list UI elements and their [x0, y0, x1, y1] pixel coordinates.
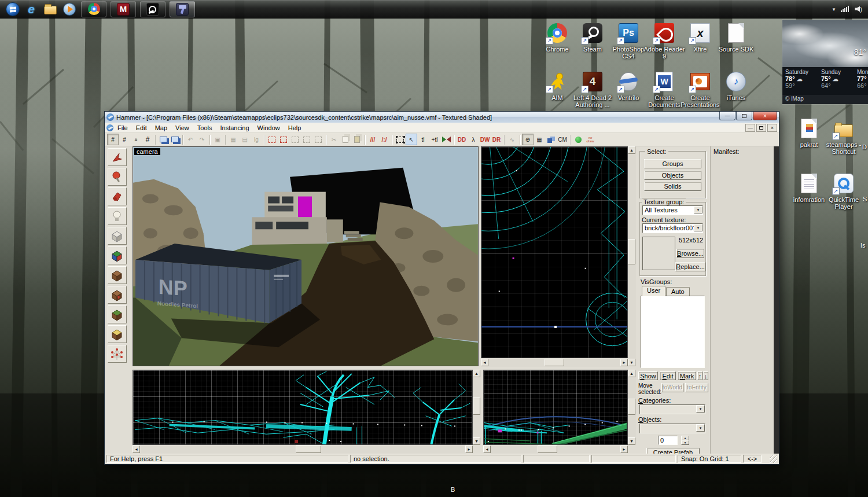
menu-file[interactable]: File [113, 124, 132, 132]
close-button[interactable]: × [753, 112, 777, 120]
taskbar-m-app-button[interactable]: M [111, 1, 136, 17]
collapse-instances-button[interactable]: CM [557, 134, 568, 145]
scroll-thumb[interactable] [473, 397, 480, 415]
ignore-groups-button[interactable]: ig [251, 134, 262, 145]
texture-lock-button[interactable]: /// [367, 134, 378, 145]
menu-tools[interactable]: Tools [193, 124, 216, 132]
texture-group-combobox[interactable]: All Textures▼ [642, 205, 703, 215]
manifest-scroll-strip[interactable] [774, 146, 779, 455]
no-draw-button[interactable]: no draw [584, 134, 597, 145]
toggle-3d-grid-button[interactable]: # [119, 134, 130, 145]
current-texture-combobox[interactable]: brick/brickfloor001a▼ [642, 223, 703, 233]
scroll-thumb[interactable] [628, 399, 635, 415]
dropdown-arrow-icon[interactable]: ▼ [696, 405, 705, 413]
group-button[interactable]: ▦ [227, 134, 239, 145]
visgroups-listbox[interactable] [641, 296, 705, 368]
ungroup-button[interactable]: ▤ [239, 134, 251, 145]
objects-combobox[interactable]: ▼ [639, 424, 705, 433]
scroll-down-arrow[interactable]: ▼ [628, 359, 635, 366]
toggle-dotted-display-button[interactable]: DD [456, 134, 468, 145]
entity-tool-button[interactable] [108, 207, 127, 225]
spin-up-icon[interactable]: ▲ [681, 436, 689, 440]
block-tool-button[interactable] [108, 227, 127, 245]
dropdown-arrow-icon[interactable]: ▼ [694, 206, 703, 213]
volume-icon[interactable]: ) [855, 6, 862, 13]
menu-window[interactable]: Window [253, 124, 284, 132]
dropdown-arrow-icon[interactable]: ▼ [694, 224, 703, 231]
clipping-tool-button[interactable] [108, 325, 127, 343]
camera-tool-button[interactable] [108, 187, 127, 205]
undo-button[interactable]: ↶ [185, 134, 196, 145]
scroll-up-arrow[interactable]: ▲ [473, 370, 480, 377]
replace-button[interactable]: Replace... [675, 262, 705, 271]
desktop-icon-steamapps-shortcut[interactable]: ↗steamapps - Shortcut [822, 117, 866, 155]
apply-current-texture-button[interactable] [108, 266, 127, 284]
menu-map[interactable]: Map [151, 124, 171, 132]
toggle-helpers-button[interactable]: λ [468, 134, 479, 145]
scroll-right-arrow[interactable]: ► [465, 446, 473, 453]
texture-application-tool-button[interactable] [108, 246, 127, 264]
select-solids-button[interactable]: Solids [644, 182, 701, 191]
browse-button[interactable]: Browse... [676, 249, 704, 258]
show-hidden-icons-chevron[interactable]: ▾ [833, 6, 836, 12]
weather-gadget[interactable]: 81° Saturday 78°☁ 59° Sunday 75°☁ 64° Mo… [782, 20, 868, 104]
scroll-thumb[interactable] [545, 359, 564, 366]
overlay-tool-button[interactable] [108, 305, 127, 323]
title-bar[interactable]: Hammer - [C:\Program Files (x86)\Steam\s… [105, 112, 779, 123]
scrollbar-vertical[interactable]: ▲ ▼ [473, 370, 481, 445]
network-signal-icon[interactable] [841, 6, 849, 12]
menu-view[interactable]: View [171, 124, 193, 132]
copy-button[interactable] [340, 134, 351, 145]
desktop-icon-quicktime[interactable]: ↗QuickTime Player [822, 172, 866, 210]
select-mode-button[interactable]: ↖ [406, 134, 417, 145]
texture-lock-scaling-button[interactable]: +tl [429, 134, 440, 145]
toggle-draw-ray-button[interactable]: DR [491, 134, 502, 145]
hide-selected-button[interactable] [266, 134, 278, 145]
scroll-down-arrow[interactable]: ▼ [628, 437, 635, 445]
taskbar-hammer-button[interactable] [170, 1, 195, 17]
angle-spinner-value[interactable]: 0 [658, 436, 678, 445]
flip-objects-button[interactable] [440, 134, 452, 145]
viewport-3d-camera[interactable]: camera [133, 146, 479, 366]
angle-spinner-buttons[interactable]: ▲▼ [681, 436, 689, 445]
cut-button[interactable]: ✂ [328, 134, 340, 145]
texture-lock-tl-button[interactable]: tl [417, 134, 429, 145]
show-hidden-button[interactable] [289, 134, 301, 145]
edit-button[interactable]: Edit [660, 371, 676, 380]
displacement-grid-button[interactable]: ▦ [534, 134, 545, 145]
model-fade-button[interactable] [572, 134, 584, 145]
menu-edit[interactable]: Edit [132, 124, 151, 132]
move-up-button[interactable]: ↑ [697, 371, 703, 380]
viewport-2d-bottom-right[interactable] [483, 370, 628, 445]
scroll-right-arrow[interactable]: ► [620, 359, 628, 366]
redo-button[interactable]: ↷ [196, 134, 208, 145]
select-groups-button[interactable]: Groups [644, 159, 701, 168]
select-objects-button[interactable]: Objects [644, 171, 701, 180]
visgroups-tab-user[interactable]: User [642, 286, 665, 296]
larger-grid-button[interactable]: # [142, 134, 153, 145]
toggle-draw-world-button[interactable]: DW [479, 134, 491, 145]
scroll-up-arrow[interactable]: ▲ [628, 146, 635, 154]
radius-culling-button[interactable] [312, 134, 324, 145]
texture-scale-lock-button[interactable]: /:/ [378, 134, 390, 145]
scroll-down-arrow[interactable]: ▼ [473, 437, 480, 445]
magnify-tool-button[interactable] [108, 168, 127, 186]
scroll-thumb[interactable] [538, 446, 557, 453]
minimize-button[interactable]: — [719, 112, 735, 120]
taskbar-media-player-button[interactable] [62, 2, 77, 17]
scrollbar-horizontal[interactable]: ◄ ► [481, 359, 628, 367]
menu-instancing[interactable]: Instancing [216, 124, 253, 132]
mdi-restore-button[interactable] [756, 124, 766, 132]
visgroups-tab-auto[interactable]: Auto [666, 287, 690, 296]
mdi-system-icon[interactable] [106, 124, 113, 131]
scroll-left-arrow[interactable]: ◄ [133, 446, 140, 453]
taskbar-explorer-button[interactable] [43, 2, 58, 17]
hide-unselected-button[interactable] [278, 134, 289, 145]
categories-combobox[interactable]: ▼ [639, 404, 705, 414]
desktop-icon-itunes[interactable]: ♪iTunes [714, 71, 758, 101]
smaller-grid-button[interactable]: # [130, 134, 142, 145]
scroll-left-arrow[interactable]: ◄ [481, 359, 488, 366]
save-window-state-button[interactable] [169, 134, 181, 145]
hide-items-button[interactable] [301, 134, 312, 145]
load-window-state-button[interactable] [157, 134, 169, 145]
